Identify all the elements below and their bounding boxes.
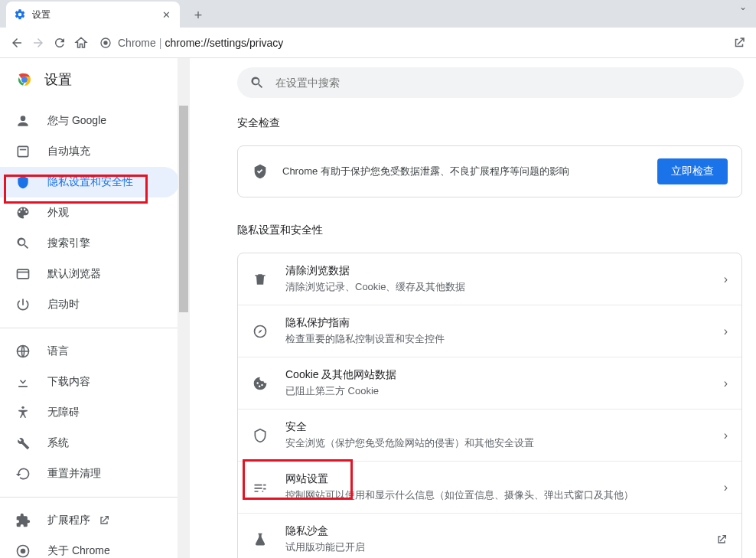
open-in-new-icon bbox=[715, 534, 728, 546]
sidebar-item-label: 扩展程序 bbox=[47, 514, 90, 527]
new-tab-button[interactable]: + bbox=[187, 5, 209, 26]
row-privacy-guide[interactable]: 隐私保护指南 检查重要的隐私控制设置和安全控件 › bbox=[238, 305, 741, 357]
search-icon bbox=[15, 236, 31, 251]
search-input[interactable] bbox=[275, 77, 732, 89]
globe-icon bbox=[15, 344, 31, 359]
section-title: 安全检查 bbox=[237, 116, 742, 130]
browser-tab[interactable]: 设置 ✕ bbox=[6, 2, 180, 28]
row-site-settings[interactable]: 网站设置 控制网站可以使用和显示什么信息（如位置信息、摄像头、弹出式窗口及其他）… bbox=[238, 461, 741, 513]
row-title: 清除浏览数据 bbox=[285, 264, 724, 278]
sidebar-item-reset[interactable]: 重置并清理 bbox=[0, 458, 179, 489]
svg-rect-5 bbox=[18, 146, 28, 156]
divider bbox=[0, 497, 190, 498]
row-clear-browsing-data[interactable]: 清除浏览数据 清除浏览记录、Cookie、缓存及其他数据 › bbox=[238, 253, 741, 305]
flask-icon bbox=[252, 531, 269, 548]
gear-icon bbox=[14, 8, 26, 21]
row-title: Cookie 及其他网站数据 bbox=[285, 368, 724, 382]
svg-point-1 bbox=[103, 41, 107, 44]
sidebar-item-label: 无障碍 bbox=[47, 406, 80, 419]
sidebar-item-downloads[interactable]: 下载内容 bbox=[0, 367, 179, 397]
sidebar-item-about[interactable]: 关于 Chrome bbox=[0, 536, 179, 558]
person-icon bbox=[15, 113, 31, 129]
page-title: 设置 bbox=[44, 70, 72, 89]
address-bar[interactable]: Chrome | chrome://settings/privacy bbox=[98, 31, 722, 54]
row-subtitle: 安全浏览（保护您免受危险网站的侵害）和其他安全设置 bbox=[285, 436, 724, 450]
row-cookies[interactable]: Cookie 及其他网站数据 已阻止第三方 Cookie › bbox=[238, 357, 741, 409]
row-text: 安全 安全浏览（保护您免受危险网站的侵害）和其他安全设置 bbox=[285, 420, 724, 450]
settings-search[interactable] bbox=[237, 67, 744, 98]
row-text: 隐私保护指南 检查重要的隐私控制设置和安全控件 bbox=[285, 316, 724, 346]
row-security[interactable]: 安全 安全浏览（保护您免受危险网站的侵害）和其他安全设置 › bbox=[238, 409, 741, 461]
browser-toolbar: Chrome | chrome://settings/privacy bbox=[0, 28, 756, 58]
home-button[interactable] bbox=[70, 32, 92, 54]
sidebar-item-autofill[interactable]: 自动填充 bbox=[0, 136, 179, 167]
row-text: 隐私沙盒 试用版功能已开启 bbox=[285, 524, 715, 554]
check-now-button[interactable]: 立即检查 bbox=[657, 158, 728, 184]
sidebar-item-label: 语言 bbox=[47, 344, 69, 358]
svg-rect-7 bbox=[18, 269, 29, 279]
sidebar-item-privacy[interactable]: 隐私设置和安全性 bbox=[0, 167, 179, 197]
sidebar-item-accessibility[interactable]: 无障碍 bbox=[0, 397, 179, 428]
row-text: 网站设置 控制网站可以使用和显示什么信息（如位置信息、摄像头、弹出式窗口及其他） bbox=[285, 472, 724, 502]
chrome-logo-icon bbox=[15, 70, 34, 89]
close-icon[interactable]: ✕ bbox=[160, 8, 172, 21]
power-icon bbox=[15, 297, 31, 312]
tune-icon bbox=[252, 479, 269, 496]
main-content: 安全检查 Chrome 有助于保护您免受数据泄露、不良扩展程序等问题的影响 立即… bbox=[190, 58, 756, 558]
chrome-secure-icon bbox=[98, 35, 113, 51]
sidebar-item-label: 关于 Chrome bbox=[47, 544, 110, 558]
sidebar-item-search-engine[interactable]: 搜索引擎 bbox=[0, 228, 179, 259]
sidebar-item-label: 重置并清理 bbox=[47, 467, 101, 481]
tab-strip: 设置 ✕ + ⌄ bbox=[0, 0, 756, 28]
sidebar-item-label: 外观 bbox=[47, 206, 69, 220]
sidebar-item-label: 系统 bbox=[47, 436, 69, 450]
sidebar-item-system[interactable]: 系统 bbox=[0, 428, 179, 458]
section-title: 隐私设置和安全性 bbox=[237, 224, 742, 237]
reload-button[interactable] bbox=[49, 32, 70, 54]
browser-icon bbox=[15, 266, 31, 282]
search-icon bbox=[249, 75, 265, 90]
extension-icon bbox=[15, 513, 31, 528]
svg-point-4 bbox=[23, 78, 27, 82]
sidebar-item-on-startup[interactable]: 启动时 bbox=[0, 289, 179, 320]
open-in-new-icon bbox=[98, 514, 110, 527]
sidebar-item-appearance[interactable]: 外观 bbox=[0, 197, 179, 228]
svg-point-10 bbox=[21, 406, 24, 409]
row-subtitle: 控制网站可以使用和显示什么信息（如位置信息、摄像头、弹出式窗口及其他） bbox=[285, 488, 724, 502]
chevron-right-icon: › bbox=[724, 325, 728, 338]
share-button[interactable] bbox=[728, 32, 750, 54]
sidebar-item-label: 隐私设置和安全性 bbox=[47, 175, 133, 189]
restore-icon bbox=[15, 466, 31, 481]
sidebar-item-label: 自动填充 bbox=[47, 145, 90, 158]
sidebar-item-label: 启动时 bbox=[47, 298, 80, 312]
row-subtitle: 清除浏览记录、Cookie、缓存及其他数据 bbox=[285, 280, 724, 294]
compass-icon bbox=[252, 323, 269, 340]
divider bbox=[0, 328, 190, 328]
forward-button[interactable] bbox=[28, 32, 49, 54]
sidebar-header: 设置 bbox=[0, 58, 190, 101]
sidebar-item-you-and-google[interactable]: 您与 Google bbox=[0, 106, 179, 136]
row-title: 网站设置 bbox=[285, 472, 724, 486]
window-caret-icon[interactable]: ⌄ bbox=[739, 2, 747, 12]
row-text: 清除浏览数据 清除浏览记录、Cookie、缓存及其他数据 bbox=[285, 264, 724, 294]
shield-icon bbox=[252, 427, 269, 444]
back-button[interactable] bbox=[6, 32, 28, 54]
sidebar-item-default-browser[interactable]: 默认浏览器 bbox=[0, 259, 179, 289]
trash-icon bbox=[252, 271, 269, 288]
sidebar-menu: 您与 Google 自动填充 隐私设置和安全性 外观 搜索引擎 默认浏览器 bbox=[0, 101, 190, 558]
accessibility-icon bbox=[15, 405, 31, 420]
row-subtitle: 检查重要的隐私控制设置和安全控件 bbox=[285, 332, 724, 346]
omnibox-separator: | bbox=[159, 37, 162, 49]
sidebar-item-languages[interactable]: 语言 bbox=[0, 336, 179, 367]
scrollbar-thumb[interactable] bbox=[179, 106, 188, 312]
row-text: Cookie 及其他网站数据 已阻止第三方 Cookie bbox=[285, 368, 724, 398]
row-title: 隐私保护指南 bbox=[285, 316, 724, 330]
sidebar-item-label: 下载内容 bbox=[47, 375, 90, 389]
row-title: 隐私沙盒 bbox=[285, 524, 715, 538]
privacy-list: 清除浏览数据 清除浏览记录、Cookie、缓存及其他数据 › 隐私保护指南 检查… bbox=[237, 253, 742, 558]
chevron-right-icon: › bbox=[724, 429, 728, 442]
sidebar-scrollbar[interactable] bbox=[178, 58, 190, 558]
row-privacy-sandbox[interactable]: 隐私沙盒 试用版功能已开启 bbox=[238, 513, 741, 558]
sidebar-item-extensions[interactable]: 扩展程序 bbox=[0, 505, 179, 536]
chevron-right-icon: › bbox=[724, 481, 728, 494]
